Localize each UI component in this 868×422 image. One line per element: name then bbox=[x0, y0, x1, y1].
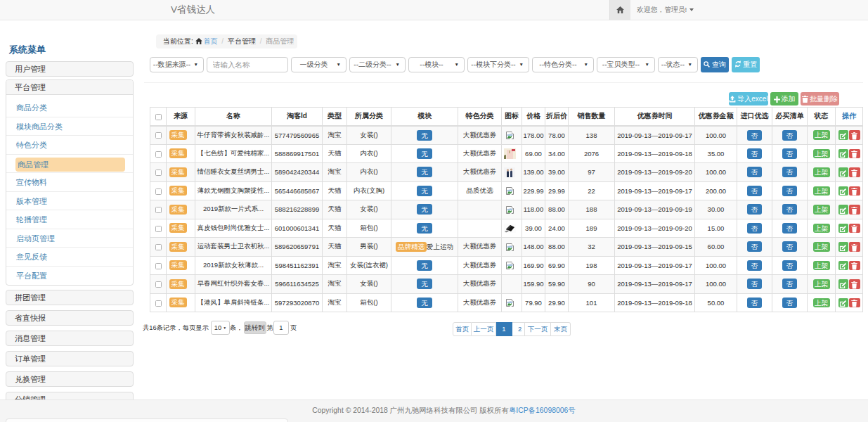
name-input[interactable] bbox=[207, 58, 287, 72]
breadcrumb-level1[interactable]: 平台管理 bbox=[228, 37, 256, 45]
row-checkbox[interactable] bbox=[155, 281, 162, 288]
filter-select-category1[interactable]: 一级分类▼ bbox=[291, 57, 346, 72]
imported-badge[interactable]: 否 bbox=[747, 279, 763, 289]
page-first[interactable]: 首页 bbox=[453, 322, 472, 336]
filter-select-module-sub[interactable]: --模块下分类--▼ bbox=[467, 57, 529, 72]
navbar-home-button[interactable] bbox=[609, 0, 630, 20]
edit-button[interactable] bbox=[838, 242, 848, 252]
sidebar-group-order-management[interactable]: 订单管理 bbox=[6, 351, 134, 366]
status-button[interactable]: 上架 bbox=[813, 205, 830, 215]
delete-button[interactable] bbox=[849, 279, 860, 289]
sidebar-subitem-feature-category[interactable]: 特色分类 bbox=[6, 136, 133, 155]
jump-page-input[interactable] bbox=[273, 321, 289, 335]
edit-button[interactable] bbox=[838, 167, 848, 177]
sidebar-group-saving-express[interactable]: 省直快报 bbox=[6, 310, 134, 326]
page-size-select[interactable]: 10▼ bbox=[211, 321, 230, 335]
sidebar-subitem-module-goods-category[interactable]: 模块商品分类 bbox=[6, 117, 133, 136]
must-buy-badge[interactable]: 否 bbox=[782, 186, 798, 196]
imported-badge[interactable]: 否 bbox=[747, 167, 763, 177]
query-button[interactable]: 查询 bbox=[701, 57, 729, 72]
edit-button[interactable] bbox=[838, 149, 848, 159]
status-button[interactable]: 上架 bbox=[813, 279, 830, 289]
import-excel-button[interactable]: 导入excel bbox=[729, 92, 768, 106]
delete-button[interactable] bbox=[849, 186, 860, 196]
edit-button[interactable] bbox=[838, 186, 848, 196]
delete-button[interactable] bbox=[849, 205, 860, 215]
filter-select-module[interactable]: --模块--▼ bbox=[408, 57, 465, 72]
page-next[interactable]: 下一页 bbox=[525, 322, 551, 336]
imported-badge[interactable]: 否 bbox=[747, 204, 763, 215]
icp-link[interactable]: 粤ICP备16098006号 bbox=[509, 407, 576, 414]
status-button[interactable]: 上架 bbox=[813, 224, 830, 234]
edit-button[interactable] bbox=[838, 205, 848, 215]
row-checkbox[interactable] bbox=[155, 300, 162, 307]
imported-badge[interactable]: 否 bbox=[747, 298, 763, 308]
row-checkbox[interactable] bbox=[155, 207, 162, 213]
must-buy-badge[interactable]: 否 bbox=[782, 279, 798, 289]
batch-delete-button[interactable]: 批量删除 bbox=[801, 92, 839, 106]
filter-select-feature[interactable]: --特色分类--▼ bbox=[532, 57, 594, 72]
filter-select-data-source[interactable]: --数据来源--▼ bbox=[150, 57, 204, 72]
sidebar-subitem-version-management[interactable]: 版本管理 bbox=[6, 192, 133, 211]
page-1[interactable]: 1 bbox=[496, 322, 512, 336]
sidebar-subitem-goods-management[interactable]: 商品管理 bbox=[6, 155, 133, 174]
delete-button[interactable] bbox=[849, 298, 860, 308]
sidebar-subitem-promo-material[interactable]: 宣传物料 bbox=[6, 173, 133, 192]
delete-button[interactable] bbox=[849, 130, 860, 140]
filter-select-status[interactable]: --状态--▼ bbox=[658, 57, 698, 72]
page-2[interactable]: 2 bbox=[512, 322, 525, 336]
edit-button[interactable] bbox=[838, 224, 848, 234]
sidebar-subitem-splash-page-management[interactable]: 启动页管理 bbox=[6, 229, 133, 248]
status-button[interactable]: 上架 bbox=[813, 242, 830, 252]
row-checkbox[interactable] bbox=[155, 151, 162, 158]
must-buy-badge[interactable]: 否 bbox=[782, 148, 798, 159]
breadcrumb-level2[interactable]: 商品管理 bbox=[266, 37, 294, 45]
imported-badge[interactable]: 否 bbox=[747, 130, 763, 141]
delete-button[interactable] bbox=[849, 242, 860, 252]
row-checkbox[interactable] bbox=[155, 226, 162, 232]
must-buy-badge[interactable]: 否 bbox=[782, 260, 798, 271]
page-last[interactable]: 末页 bbox=[551, 322, 571, 336]
sidebar-group-group-buy-management[interactable]: 拼团管理 bbox=[6, 290, 134, 305]
sidebar-group-message-management[interactable]: 消息管理 bbox=[6, 331, 134, 346]
must-buy-badge[interactable]: 否 bbox=[782, 223, 798, 234]
row-checkbox[interactable] bbox=[155, 244, 162, 250]
status-button[interactable]: 上架 bbox=[813, 149, 830, 159]
sidebar-subitem-feedback[interactable]: 意见反馈 bbox=[6, 248, 133, 267]
status-button[interactable]: 上架 bbox=[813, 130, 830, 140]
status-button[interactable]: 上架 bbox=[813, 186, 830, 196]
status-button[interactable]: 上架 bbox=[813, 261, 830, 271]
delete-button[interactable] bbox=[849, 261, 860, 271]
must-buy-badge[interactable]: 否 bbox=[782, 241, 798, 252]
sidebar-subitem-goods-category[interactable]: 商品分类 bbox=[6, 98, 133, 117]
imported-badge[interactable]: 否 bbox=[747, 186, 763, 196]
sidebar-group-exchange-management[interactable]: 兑换管理 bbox=[6, 371, 134, 387]
row-checkbox[interactable] bbox=[155, 170, 162, 176]
imported-badge[interactable]: 否 bbox=[747, 223, 763, 234]
must-buy-badge[interactable]: 否 bbox=[782, 298, 798, 308]
sidebar-group-user-management[interactable]: 用户管理 bbox=[6, 61, 134, 77]
row-checkbox[interactable] bbox=[155, 132, 162, 139]
sidebar-subitem-platform-config[interactable]: 平台配置 bbox=[6, 267, 133, 286]
select-all-checkbox[interactable] bbox=[155, 114, 162, 120]
sidebar-group-platform-management[interactable]: 平台管理 bbox=[6, 80, 133, 95]
imported-badge[interactable]: 否 bbox=[747, 148, 763, 159]
imported-badge[interactable]: 否 bbox=[747, 241, 763, 252]
sidebar-subitem-carousel-management[interactable]: 轮播管理 bbox=[6, 210, 133, 229]
must-buy-badge[interactable]: 否 bbox=[782, 204, 798, 215]
reset-button[interactable]: 重置 bbox=[732, 57, 760, 72]
row-checkbox[interactable] bbox=[155, 188, 162, 195]
row-checkbox[interactable] bbox=[155, 263, 162, 269]
edit-button[interactable] bbox=[838, 279, 848, 289]
jump-button[interactable]: 跳转到 bbox=[244, 321, 266, 334]
imported-badge[interactable]: 否 bbox=[747, 260, 763, 271]
add-button[interactable]: 添加 bbox=[770, 92, 798, 106]
delete-button[interactable] bbox=[849, 149, 860, 159]
filter-select-item-type[interactable]: --宝贝类型--▼ bbox=[597, 57, 655, 72]
status-button[interactable]: 上架 bbox=[813, 298, 830, 308]
filter-select-category2[interactable]: --二级分类--▼ bbox=[349, 57, 406, 72]
delete-button[interactable] bbox=[849, 224, 860, 234]
delete-button[interactable] bbox=[849, 167, 860, 177]
must-buy-badge[interactable]: 否 bbox=[782, 167, 798, 177]
breadcrumb-home-link[interactable]: 首页 bbox=[195, 37, 218, 45]
